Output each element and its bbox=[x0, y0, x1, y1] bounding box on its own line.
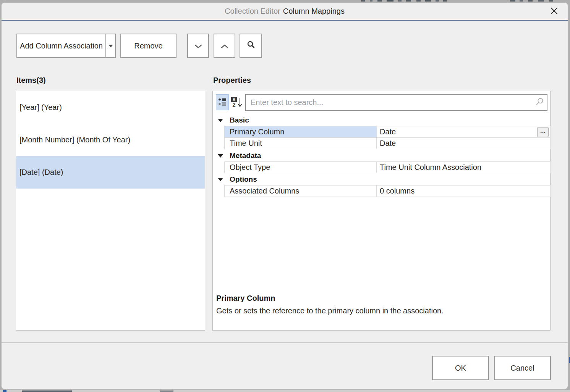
background-app-fragment bbox=[520, 0, 523, 2]
property-value-cell[interactable]: Date bbox=[377, 138, 550, 149]
property-name[interactable]: Associated Columns bbox=[225, 186, 377, 197]
property-value-cell[interactable]: 0 columns bbox=[377, 186, 550, 197]
cancel-button[interactable]: Cancel bbox=[494, 356, 551, 380]
category-expanded-icon bbox=[218, 154, 223, 158]
background-app-fragment bbox=[160, 390, 173, 392]
close-button[interactable] bbox=[546, 4, 562, 19]
background-app-fragment bbox=[549, 0, 553, 2]
categorized-view-button[interactable] bbox=[216, 94, 229, 110]
property-row-primary-column[interactable]: Primary Column Date … bbox=[224, 126, 551, 138]
search-icon bbox=[246, 40, 256, 52]
ellipsis-button[interactable]: … bbox=[537, 127, 549, 137]
footer-separator bbox=[2, 342, 568, 343]
find-button[interactable] bbox=[240, 34, 262, 58]
property-value-cell[interactable]: Date … bbox=[377, 126, 550, 137]
properties-search-input[interactable] bbox=[245, 94, 547, 111]
properties-panel-header: Properties bbox=[213, 76, 251, 85]
background-app-fragment bbox=[406, 0, 411, 2]
property-value: Date bbox=[380, 139, 396, 148]
property-category-metadata[interactable]: Metadata bbox=[216, 150, 547, 161]
property-value: Time Unit Column Association bbox=[380, 163, 481, 172]
background-app-fragment bbox=[22, 390, 72, 392]
property-category-options[interactable]: Options bbox=[216, 174, 547, 185]
sort-alphabetical-icon: A Z bbox=[231, 97, 242, 108]
property-name[interactable]: Primary Column bbox=[225, 126, 377, 137]
property-value-cell[interactable]: Time Unit Column Association bbox=[377, 162, 550, 173]
property-description-title: Primary Column bbox=[216, 294, 275, 303]
background-app-fragment bbox=[528, 0, 533, 2]
background-app-fragment bbox=[370, 0, 372, 2]
list-item[interactable]: [Year] (Year) bbox=[16, 91, 205, 124]
property-category-basic[interactable]: Basic bbox=[216, 115, 547, 126]
property-row-time-unit[interactable]: Time Unit Date bbox=[224, 137, 551, 149]
property-value: 0 columns bbox=[380, 187, 415, 195]
property-row-associated-columns[interactable]: Associated Columns 0 columns bbox=[224, 185, 551, 197]
dropdown-arrow-icon bbox=[108, 45, 113, 47]
chevron-down-icon bbox=[194, 42, 202, 50]
background-app-fragment bbox=[0, 390, 570, 392]
chevron-up-icon bbox=[221, 42, 228, 50]
ok-button[interactable]: OK bbox=[432, 356, 489, 380]
category-expanded-icon bbox=[218, 178, 223, 181]
cancel-button-label: Cancel bbox=[510, 364, 534, 373]
property-name[interactable]: Time Unit bbox=[225, 138, 377, 149]
property-row-object-type[interactable]: Object Type Time Unit Column Association bbox=[224, 161, 551, 173]
add-dropdown-section[interactable] bbox=[105, 34, 115, 57]
list-item-selected[interactable]: [Date] (Date) bbox=[16, 156, 205, 189]
remove-button-label: Remove bbox=[134, 42, 162, 50]
categorized-view-icon bbox=[218, 97, 227, 107]
move-down-button[interactable] bbox=[187, 34, 209, 58]
ok-button-label: OK bbox=[455, 364, 466, 373]
remove-button[interactable]: Remove bbox=[120, 34, 177, 58]
dialog-title: Column Mappings bbox=[283, 7, 345, 16]
dialog-titlebar[interactable]: Collection Editor Column Mappings bbox=[2, 3, 568, 21]
background-app-fragment bbox=[436, 0, 439, 2]
sort-alphabetical-button[interactable]: A Z bbox=[230, 94, 244, 110]
dialog-title-prefix: Collection Editor bbox=[225, 7, 280, 16]
searchbox-magnifier-icon bbox=[535, 97, 544, 109]
category-expanded-icon bbox=[218, 119, 223, 122]
background-app-fragment bbox=[387, 0, 393, 2]
background-app-fragment bbox=[377, 0, 382, 2]
background-app-fragment bbox=[398, 0, 402, 2]
property-name[interactable]: Object Type bbox=[225, 162, 377, 173]
close-icon bbox=[549, 6, 559, 17]
move-up-button[interactable] bbox=[214, 34, 235, 58]
property-description-text: Gets or sets the reference to the primar… bbox=[216, 307, 444, 315]
background-app-fragment bbox=[443, 0, 447, 2]
background-app-fragment bbox=[361, 0, 365, 2]
background-app-fragment bbox=[416, 0, 421, 2]
background-app-fragment bbox=[510, 0, 515, 2]
add-column-association-button[interactable]: Add Column Association bbox=[16, 34, 116, 58]
items-panel-header: Items(3) bbox=[16, 76, 46, 85]
property-value: Date bbox=[380, 127, 396, 136]
add-column-association-label[interactable]: Add Column Association bbox=[17, 34, 105, 57]
items-listbox[interactable]: [Year] (Year) [Month Number] (Month Of Y… bbox=[16, 91, 205, 331]
background-app-fragment bbox=[538, 0, 544, 2]
background-app-fragment bbox=[3, 390, 6, 392]
list-item[interactable]: [Month Number] (Month Of Year) bbox=[16, 124, 205, 156]
background-app-fragment bbox=[425, 0, 431, 2]
